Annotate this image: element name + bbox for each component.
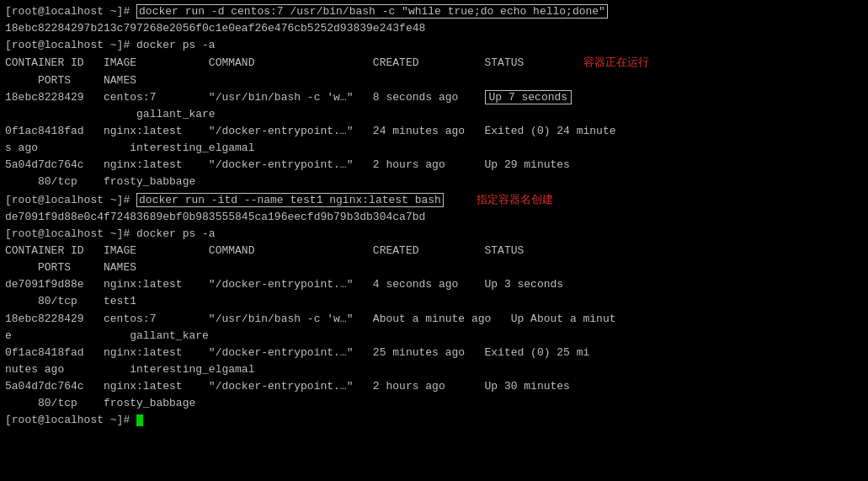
cmd-10: docker run -itd --name test1 nginx:lates…: [136, 193, 444, 207]
row-5: 18ebc8228429 centos:7 "/usr/bin/bash -c …: [5, 311, 863, 328]
prompt-3: [root@localhost ~]#: [5, 39, 136, 51]
row-4b: 80/tcp test1: [5, 293, 863, 310]
line-12: [root@localhost ~]# docker ps -a: [5, 226, 863, 243]
row-1: 18ebc8228429 centos:7 "/usr/bin/bash -c …: [5, 89, 863, 106]
prompt-10: [root@localhost ~]#: [5, 194, 136, 206]
chinese-note-1: 容器正在运行: [583, 56, 649, 68]
cmd-1: docker run -d centos:7 /usr/bin/bash -c …: [136, 4, 608, 19]
line-11: de7091f9d88e0c4f72483689ebf0b983555845ca…: [5, 209, 863, 226]
terminal: [root@localhost ~]# docker run -d centos…: [0, 0, 868, 433]
line-1: [root@localhost ~]# docker run -d centos…: [5, 3, 863, 20]
prompt-1: [root@localhost ~]#: [5, 5, 136, 18]
prompt-final: [root@localhost ~]#: [5, 414, 136, 426]
status-box-1: Up 7 seconds: [485, 90, 572, 104]
line-3: [root@localhost ~]# docker ps -a: [5, 37, 863, 54]
chinese-note-2: 指定容器名创建: [477, 193, 553, 206]
row-2: 0f1ac8418fad nginx:latest "/docker-entry…: [5, 123, 863, 140]
line-2: 18ebc82284297b213c797268e2056f0c1e0eaf26…: [5, 20, 863, 37]
row-3: 5a04d7dc764c nginx:latest "/docker-entry…: [5, 157, 863, 174]
line-4-header2: PORTS NAMES: [5, 72, 863, 89]
line-4-header: CONTAINER ID IMAGE COMMAND CREATED STATU…: [5, 54, 863, 72]
line-13-header: CONTAINER ID IMAGE COMMAND CREATED STATU…: [5, 243, 863, 259]
row-6b: nutes ago interesting_elgamal: [5, 361, 863, 378]
row-4: de7091f9d88e nginx:latest "/docker-entry…: [5, 276, 863, 293]
row-1b: gallant_kare: [5, 106, 863, 123]
line-13-header2: PORTS NAMES: [5, 259, 863, 276]
row-7b: 80/tcp frosty_babbage: [5, 395, 863, 412]
prompt-12: [root@localhost ~]#: [5, 227, 136, 240]
line-final: [root@localhost ~]#: [5, 412, 863, 429]
row-6: 0f1ac8418fad nginx:latest "/docker-entry…: [5, 345, 863, 361]
cursor: [136, 414, 143, 426]
line-10: [root@localhost ~]# docker run -itd --na…: [5, 191, 863, 209]
row-5b: e gallant_kare: [5, 328, 863, 345]
row-7: 5a04d7dc764c nginx:latest "/docker-entry…: [5, 378, 863, 395]
row-3b: 80/tcp frosty_babbage: [5, 174, 863, 190]
row-2b: s ago interesting_elgamal: [5, 140, 863, 157]
